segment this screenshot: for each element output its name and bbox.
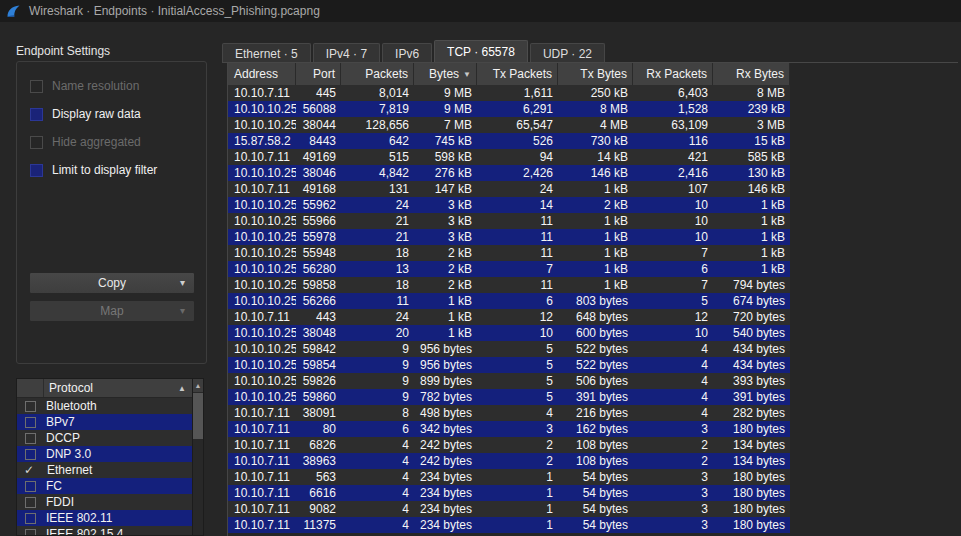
protocol-item-fc[interactable]: FC: [17, 478, 192, 494]
protocol-item-ieee-802-11[interactable]: IEEE 802.11: [17, 510, 192, 526]
dropdown-arrow-icon: ▾: [180, 305, 185, 316]
checkbox-display-raw-data[interactable]: Display raw data: [30, 107, 157, 121]
protocol-label: Bluetooth: [46, 399, 97, 413]
column-header-bytes[interactable]: Bytes▼: [414, 63, 477, 85]
table-row[interactable]: 10.10.10.25455948182 kB111 kB71 kB: [228, 245, 790, 261]
protocol-column-header[interactable]: Protocol ▲: [44, 379, 192, 397]
checkbox-indicator[interactable]: [25, 481, 36, 492]
endpoints-table: AddressPortPacketsBytes▼Tx PacketsTx Byt…: [227, 63, 958, 536]
table-row[interactable]: 10.10.7.1166164234 bytes154 bytes3180 by…: [228, 485, 790, 501]
table-row[interactable]: 10.10.10.25438048201 kB10600 bytes10540 …: [228, 325, 790, 341]
table-row[interactable]: 10.10.10.25455966213 kB111 kB101 kB: [228, 213, 790, 229]
table-row[interactable]: 10.10.10.25456266111 kB6803 bytes5674 by…: [228, 293, 790, 309]
column-header-rx-packets[interactable]: Rx Packets: [633, 63, 713, 85]
table-row[interactable]: 10.10.10.254598609782 bytes5391 bytes439…: [228, 389, 790, 405]
checkbox-hide-aggregated: Hide aggregated: [30, 135, 157, 149]
checkbox-indicator[interactable]: [30, 164, 43, 177]
protocol-label: FC: [46, 479, 62, 493]
checkbox-indicator[interactable]: [25, 433, 36, 444]
scroll-up-icon[interactable]: ▲: [193, 379, 203, 392]
column-header-address[interactable]: Address: [228, 63, 296, 85]
column-header-rx-bytes[interactable]: Rx Bytes: [713, 63, 790, 85]
title-bar: Wireshark · Endpoints · InitialAccess_Ph…: [0, 0, 961, 22]
checkbox-indicator: [30, 80, 43, 93]
table-header: AddressPortPacketsBytes▼Tx PacketsTx Byt…: [228, 63, 958, 85]
copy-button[interactable]: Copy▾: [29, 272, 195, 294]
checkbox-label: Hide aggregated: [52, 135, 141, 149]
checkbox-indicator[interactable]: [25, 529, 36, 536]
table-row[interactable]: 10.10.7.11113754234 bytes154 bytes3180 b…: [228, 517, 790, 533]
table-row[interactable]: 10.10.7.11806342 bytes3162 bytes3180 byt…: [228, 421, 790, 437]
endpoint-settings-group: Name resolutionDisplay raw dataHide aggr…: [16, 61, 207, 364]
checkbox-indicator[interactable]: [25, 401, 36, 412]
protocol-item-dccp[interactable]: DCCP: [17, 430, 192, 446]
checkbox-indicator[interactable]: [30, 108, 43, 121]
table-row[interactable]: 15.87.58.28443642745 kB526730 kB11615 kB: [228, 133, 790, 149]
table-row[interactable]: 10.10.10.25459858182 kB111 kB7794 bytes: [228, 277, 790, 293]
table-row[interactable]: 10.10.7.11389634242 bytes2108 bytes2134 …: [228, 453, 790, 469]
table-row[interactable]: 10.10.10.254598549956 bytes5522 bytes443…: [228, 357, 790, 373]
table-row[interactable]: 10.10.7.1149168131147 kB241 kB107146 kB: [228, 181, 790, 197]
table-body: 10.10.7.114458,0149 MB1,611250 kB6,4038 …: [228, 85, 958, 533]
dropdown-arrow-icon: ▾: [180, 277, 185, 288]
map-button: Map▾: [29, 300, 195, 322]
table-row[interactable]: 10.10.7.1168264242 bytes2108 bytes2134 b…: [228, 437, 790, 453]
protocol-item-fddi[interactable]: FDDI: [17, 494, 192, 510]
checkbox-indicator[interactable]: [25, 497, 36, 508]
protocol-label: Ethernet: [47, 463, 92, 477]
table-row[interactable]: 10.10.10.25438044128,6567 MB65,5474 MB63…: [228, 117, 790, 133]
scrollbar-thumb[interactable]: [193, 393, 203, 439]
tab-ethernet-5[interactable]: Ethernet · 5: [222, 43, 311, 63]
protocol-label: BPv7: [46, 415, 75, 429]
checkbox-label: Display raw data: [52, 107, 141, 121]
table-row[interactable]: 10.10.7.114458,0149 MB1,611250 kB6,4038 …: [228, 85, 790, 101]
tab-ipv6[interactable]: IPv6: [382, 43, 432, 63]
table-row[interactable]: 10.10.7.115634234 bytes154 bytes3180 byt…: [228, 469, 790, 485]
protocol-list-header[interactable]: Protocol ▲: [17, 379, 192, 398]
checkbox-label: Name resolution: [52, 79, 139, 93]
table-row[interactable]: 10.10.10.25456280132 kB71 kB61 kB: [228, 261, 790, 277]
protocol-label: DCCP: [46, 431, 80, 445]
table-row[interactable]: 10.10.10.254380464,842276 kB2,426146 kB2…: [228, 165, 790, 181]
checkbox-indicator: [30, 136, 43, 149]
protocol-list-scrollbar[interactable]: ▲: [192, 379, 203, 535]
checkbox-indicator[interactable]: [25, 417, 36, 428]
table-row[interactable]: 10.10.7.11380918498 bytes4216 bytes4282 …: [228, 405, 790, 421]
tab-ipv4-7[interactable]: IPv4 · 7: [313, 43, 380, 63]
sort-desc-icon: ▼: [463, 70, 471, 79]
protocol-list-main: Protocol ▲ BluetoothBPv7DCCPDNP 3.0✓Ethe…: [17, 379, 192, 535]
column-header-packets[interactable]: Packets: [341, 63, 414, 85]
checkbox-indicator[interactable]: [25, 449, 36, 460]
protocol-checkbox-column-header[interactable]: [17, 379, 44, 397]
protocol-item-bluetooth[interactable]: Bluetooth: [17, 398, 192, 414]
protocol-item-ethernet[interactable]: ✓Ethernet: [17, 462, 192, 478]
protocol-item-ieee-802-15-4[interactable]: IEEE 802.15.4: [17, 526, 192, 536]
column-header-tx-packets[interactable]: Tx Packets: [477, 63, 558, 85]
table-row[interactable]: 10.10.10.25455962243 kB142 kB101 kB: [228, 197, 790, 213]
table-row[interactable]: 10.10.10.254598269899 bytes5506 bytes439…: [228, 373, 790, 389]
protocol-item-bpv7[interactable]: BPv7: [17, 414, 192, 430]
table-row[interactable]: 10.10.10.254598429956 bytes5522 bytes443…: [228, 341, 790, 357]
protocol-item-dnp-3-0[interactable]: DNP 3.0: [17, 446, 192, 462]
table-row[interactable]: 10.10.7.11443241 kB12648 bytes12720 byte…: [228, 309, 790, 325]
table-row[interactable]: 10.10.10.254560887,8199 MB6,2918 MB1,528…: [228, 101, 790, 117]
checkbox-limit-to-display-filter[interactable]: Limit to display filter: [30, 163, 157, 177]
window-title: Wireshark · Endpoints · InitialAccess_Ph…: [29, 4, 320, 18]
sort-asc-icon: ▲: [178, 384, 186, 393]
protocol-list-body: BluetoothBPv7DCCPDNP 3.0✓EthernetFCFDDII…: [17, 398, 192, 536]
settings-buttons: Copy▾Map▾: [29, 272, 195, 322]
protocol-label: IEEE 802.11: [46, 511, 113, 525]
checkmark-icon[interactable]: ✓: [24, 465, 37, 476]
checkbox-indicator[interactable]: [25, 513, 36, 524]
table-row[interactable]: 10.10.7.1190824234 bytes154 bytes3180 by…: [228, 501, 790, 517]
protocol-label: FDDI: [46, 495, 74, 509]
tab-udp-22[interactable]: UDP · 22: [530, 43, 605, 63]
column-header-port[interactable]: Port: [296, 63, 341, 85]
tab-tcp-65578[interactable]: TCP · 65578: [434, 40, 528, 63]
checkbox-label: Limit to display filter: [52, 163, 157, 177]
table-row[interactable]: 10.10.10.25455978213 kB111 kB101 kB: [228, 229, 790, 245]
protocol-label: DNP 3.0: [46, 447, 91, 461]
wireshark-logo-icon: [6, 4, 21, 19]
table-row[interactable]: 10.10.7.1149169515598 kB9414 kB421585 kB: [228, 149, 790, 165]
column-header-tx-bytes[interactable]: Tx Bytes: [558, 63, 633, 85]
